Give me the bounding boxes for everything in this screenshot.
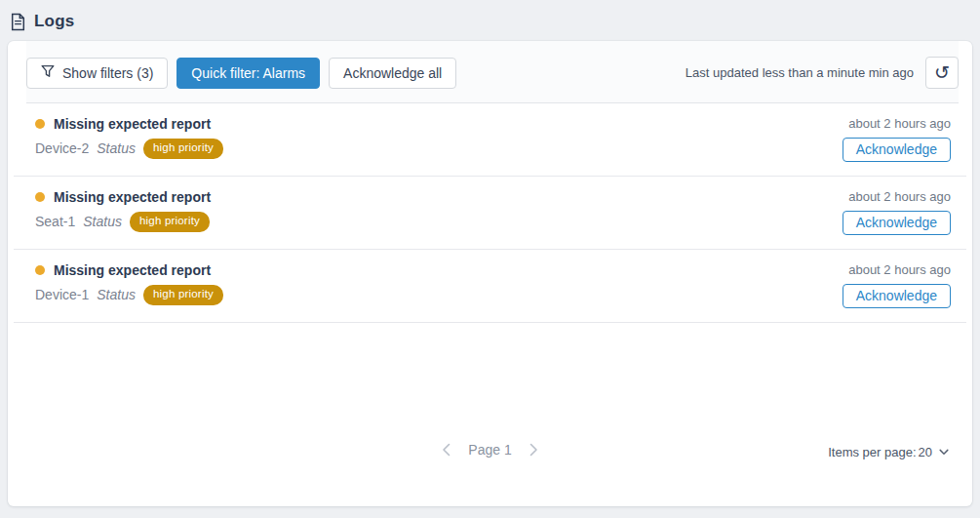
log-row-side: about 2 hours ago Acknowledge (843, 262, 959, 308)
previous-page-icon[interactable] (439, 442, 452, 458)
next-page-icon[interactable] (528, 442, 541, 458)
acknowledge-button[interactable]: Acknowledge (843, 138, 951, 162)
log-row: Missing expected report Seat-1 Status hi… (14, 177, 966, 250)
device-name: Seat-1 (35, 214, 75, 229)
quick-filter-label: Quick filter: Alarms (191, 65, 305, 81)
logs-toolbar: Show filters (3) Quick filter: Alarms Ac… (26, 41, 959, 103)
items-per-page-value: 20 (919, 445, 932, 459)
acknowledge-button[interactable]: Acknowledge (843, 284, 951, 308)
acknowledge-all-button[interactable]: Acknowledge all (329, 58, 456, 89)
field-name: Status (97, 140, 136, 156)
acknowledge-button[interactable]: Acknowledge (843, 211, 951, 235)
logs-card: Show filters (3) Quick filter: Alarms Ac… (8, 41, 972, 506)
show-filters-button[interactable]: Show filters (3) (26, 58, 168, 89)
logs-document-icon (10, 13, 26, 31)
alarm-status-dot (35, 119, 45, 129)
items-per-page-select[interactable]: Items per page:20 (828, 445, 949, 459)
device-name: Device-1 (35, 287, 89, 302)
device-name: Device-2 (35, 140, 89, 156)
chevron-down-icon (939, 449, 949, 456)
items-per-page-label: Items per page: (828, 445, 916, 459)
log-row-main: Missing expected report Seat-1 Status hi… (35, 189, 843, 232)
log-row-side: about 2 hours ago Acknowledge (843, 189, 959, 235)
page-number-label: Page 1 (468, 442, 511, 458)
quick-filter-alarms-button[interactable]: Quick filter: Alarms (176, 58, 320, 89)
log-row-main: Missing expected report Device-2 Status … (35, 116, 843, 159)
refresh-button[interactable]: ↺ (925, 57, 959, 89)
log-list: Missing expected report Device-2 Status … (14, 103, 966, 323)
log-timestamp: about 2 hours ago (848, 116, 951, 131)
priority-badge: high priority (143, 285, 223, 305)
card-footer: Page 1 Items per page:20 (8, 442, 972, 471)
log-row: Missing expected report Device-1 Status … (14, 250, 966, 323)
acknowledge-all-label: Acknowledge all (343, 65, 442, 81)
log-title: Missing expected report (54, 262, 211, 278)
toolbar-right: Last updated less than a minute min ago … (686, 57, 959, 89)
log-timestamp: about 2 hours ago (848, 262, 951, 277)
filter-funnel-icon (41, 64, 55, 81)
page-title: Logs (34, 12, 74, 31)
log-row-main: Missing expected report Device-1 Status … (35, 262, 843, 305)
alarm-status-dot (35, 192, 45, 202)
alarm-status-dot (35, 265, 45, 275)
show-filters-label: Show filters (3) (62, 65, 153, 81)
log-row-side: about 2 hours ago Acknowledge (843, 116, 959, 162)
field-name: Status (83, 214, 122, 229)
last-updated-text: Last updated less than a minute min ago (686, 65, 916, 80)
page-header: Logs (0, 0, 980, 39)
field-name: Status (97, 287, 136, 302)
priority-badge: high priority (143, 139, 223, 159)
priority-badge: high priority (130, 212, 210, 232)
refresh-icon: ↺ (934, 63, 950, 82)
log-title: Missing expected report (54, 189, 211, 205)
log-timestamp: about 2 hours ago (848, 189, 951, 204)
log-row: Missing expected report Device-2 Status … (14, 103, 966, 177)
log-title: Missing expected report (54, 116, 211, 132)
